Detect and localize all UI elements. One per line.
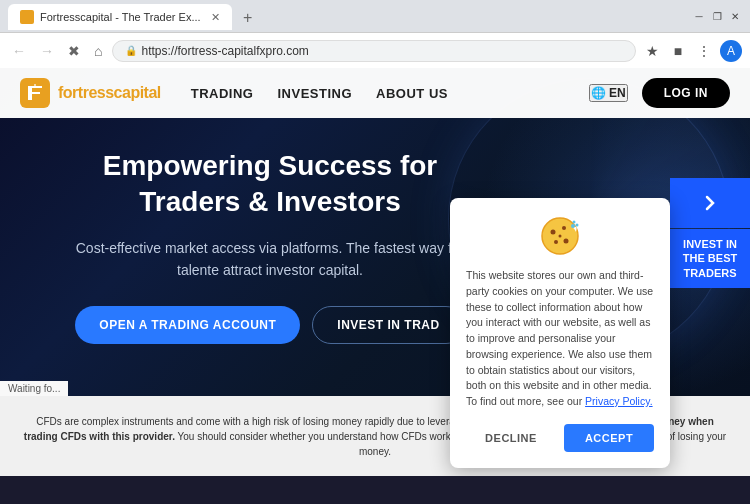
tab-favicon bbox=[20, 10, 34, 24]
bookmark-icon[interactable]: ★ bbox=[642, 41, 662, 61]
tab-title: Fortresscapital - The Trader Ex... bbox=[40, 11, 201, 23]
home-button[interactable]: ⌂ bbox=[90, 41, 106, 61]
more-icon[interactable]: ⋮ bbox=[694, 41, 714, 61]
login-button[interactable]: LOG IN bbox=[642, 78, 730, 108]
toolbar-icons: ★ ■ ⋮ A bbox=[642, 40, 742, 62]
forward-button[interactable]: → bbox=[36, 41, 58, 61]
cookie-actions: DECLINE ACCEPT bbox=[466, 424, 654, 452]
logo-icon bbox=[20, 78, 50, 108]
invest-label: INVEST IN THE BEST TRADERS bbox=[670, 229, 750, 288]
navbar: fortresscapital TRADING INVESTING ABOUT … bbox=[0, 68, 750, 118]
status-bar: Waiting fo... bbox=[0, 381, 68, 396]
new-tab-button[interactable]: + bbox=[236, 6, 260, 30]
window-controls: ─ ❐ ✕ bbox=[692, 9, 742, 23]
hero-buttons: OPEN A TRADING ACCOUNT INVEST IN TRAD bbox=[60, 306, 480, 344]
decline-button[interactable]: DECLINE bbox=[466, 424, 556, 452]
reload-button[interactable]: ✖ bbox=[64, 41, 84, 61]
title-bar: Fortresscapital - The Trader Ex... ✕ + ─… bbox=[0, 0, 750, 32]
invest-in-trading-button[interactable]: INVEST IN TRAD bbox=[312, 306, 464, 344]
nav-investing[interactable]: INVESTING bbox=[277, 86, 352, 101]
svg-point-6 bbox=[559, 235, 562, 238]
browser-chrome: Fortresscapital - The Trader Ex... ✕ + ─… bbox=[0, 0, 750, 68]
open-trading-account-button[interactable]: OPEN A TRADING ACCOUNT bbox=[75, 306, 300, 344]
disclaimer-text-start: CFDs are complex instruments and come wi… bbox=[36, 416, 471, 427]
nav-right: 🌐 EN LOG IN bbox=[589, 78, 730, 108]
close-button[interactable]: ✕ bbox=[728, 9, 742, 23]
cookie-text: This website stores our own and third-pa… bbox=[466, 268, 654, 410]
svg-point-5 bbox=[554, 240, 558, 244]
status-text: Waiting fo... bbox=[8, 383, 60, 394]
svg-point-2 bbox=[551, 230, 556, 235]
cookie-banner: This website stores our own and third-pa… bbox=[450, 198, 670, 468]
address-input[interactable]: 🔒 https://fortress-capitalfxpro.com bbox=[112, 40, 636, 62]
logo[interactable]: fortresscapital bbox=[20, 78, 161, 108]
website-content: fortresscapital TRADING INVESTING ABOUT … bbox=[0, 68, 750, 476]
svg-point-7 bbox=[571, 224, 575, 228]
url-text: https://fortress-capitalfxpro.com bbox=[141, 44, 308, 58]
invest-arrow-button[interactable] bbox=[670, 178, 750, 228]
tab-close-button[interactable]: ✕ bbox=[211, 11, 220, 24]
restore-button[interactable]: ❐ bbox=[710, 9, 724, 23]
nav-links: TRADING INVESTING ABOUT US bbox=[191, 86, 559, 101]
active-tab[interactable]: Fortresscapital - The Trader Ex... ✕ bbox=[8, 4, 232, 30]
svg-point-3 bbox=[562, 226, 566, 230]
svg-point-9 bbox=[576, 224, 579, 227]
language-button[interactable]: 🌐 EN bbox=[589, 84, 628, 102]
nav-about-us[interactable]: ABOUT US bbox=[376, 86, 448, 101]
profile-icon[interactable]: A bbox=[720, 40, 742, 62]
lock-icon: 🔒 bbox=[125, 45, 137, 56]
back-button[interactable]: ← bbox=[8, 41, 30, 61]
accept-button[interactable]: ACCEPT bbox=[564, 424, 654, 452]
invest-sidebar[interactable]: INVEST IN THE BEST TRADERS bbox=[670, 178, 750, 288]
minimize-button[interactable]: ─ bbox=[692, 9, 706, 23]
cookie-icon bbox=[538, 214, 582, 258]
svg-point-8 bbox=[573, 221, 576, 224]
logo-text: fortresscapital bbox=[58, 84, 161, 102]
address-bar-row: ← → ✖ ⌂ 🔒 https://fortress-capitalfxpro.… bbox=[0, 32, 750, 68]
privacy-policy-link[interactable]: Privacy Policy. bbox=[585, 395, 653, 407]
svg-point-4 bbox=[564, 239, 569, 244]
nav-trading[interactable]: TRADING bbox=[191, 86, 254, 101]
hero-subtitle: Cost-effective market access via platfor… bbox=[60, 237, 480, 282]
extensions-icon[interactable]: ■ bbox=[668, 41, 688, 61]
chevron-right-icon bbox=[700, 193, 720, 213]
hero-title: Empowering Success for Traders & Investo… bbox=[60, 148, 480, 221]
